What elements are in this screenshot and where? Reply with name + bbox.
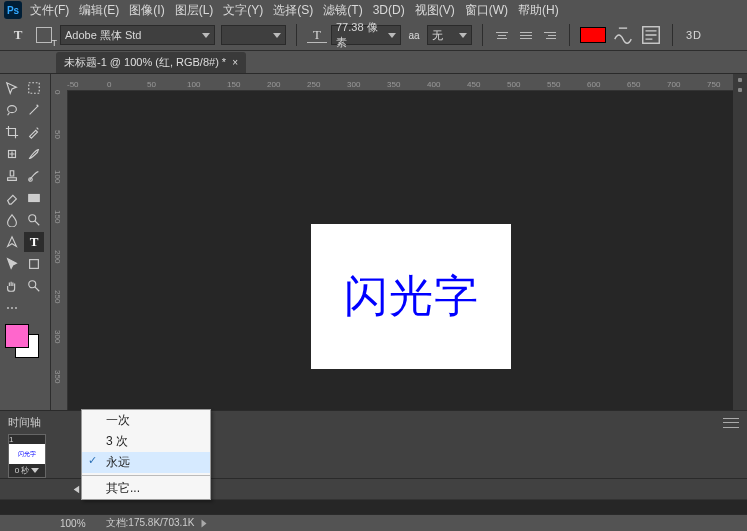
main-area: T ⋯ -50 0 50 100 150 200 250 300 350 400… xyxy=(0,74,747,410)
separator xyxy=(296,24,297,46)
history-brush-tool[interactable] xyxy=(24,166,44,186)
edit-toolbar[interactable]: ⋯ xyxy=(2,298,22,318)
document-tab-title: 未标题-1 @ 100% (红, RGB/8#) * xyxy=(64,55,226,70)
ruler-corner xyxy=(51,74,68,91)
menu-select[interactable]: 选择(S) xyxy=(273,2,313,19)
hand-tool[interactable] xyxy=(2,276,22,296)
options-bar: T Adobe 黑体 Std T 77.38 像素 aa 无 3D xyxy=(0,20,747,51)
loop-option-once[interactable]: 一次 xyxy=(82,410,210,431)
align-center-button[interactable] xyxy=(517,26,535,44)
status-bar: 100% 文档:175.8K/703.1K xyxy=(0,514,747,531)
dodge-tool[interactable] xyxy=(24,210,44,230)
ruler-horizontal: -50 0 50 100 150 200 250 300 350 400 450… xyxy=(67,74,747,91)
character-panel-icon[interactable] xyxy=(640,26,662,44)
separator xyxy=(672,24,673,46)
timeline-panel: 时间轴 1 闪光字 0 秒 一次 3 次 永远 其它... 永远 xyxy=(0,410,747,499)
doc-info[interactable]: 文档:175.8K/703.1K xyxy=(106,516,209,530)
move-tool[interactable] xyxy=(2,78,22,98)
menu-window[interactable]: 窗口(W) xyxy=(465,2,508,19)
frame-thumb[interactable]: 1 闪光字 0 秒 xyxy=(8,434,46,478)
shape-tool[interactable] xyxy=(24,254,44,274)
app-logo: Ps xyxy=(4,1,22,19)
gradient-tool[interactable] xyxy=(24,188,44,208)
menu-layer[interactable]: 图层(L) xyxy=(175,2,214,19)
3d-button[interactable]: 3D xyxy=(683,26,705,44)
color-swatches[interactable] xyxy=(2,320,44,360)
timeline-tab[interactable]: 时间轴 xyxy=(8,415,41,430)
panel-menu-icon[interactable] xyxy=(723,418,739,428)
type-tool[interactable]: T xyxy=(24,232,44,252)
wand-tool[interactable] xyxy=(24,100,44,120)
frame-duration[interactable]: 0 秒 xyxy=(13,464,42,477)
zoom-tool[interactable] xyxy=(24,276,44,296)
font-size-value: 77.38 像素 xyxy=(336,20,388,50)
document-tab[interactable]: 未标题-1 @ 100% (红, RGB/8#) * × xyxy=(56,52,246,73)
svg-point-8 xyxy=(29,281,36,288)
font-style-select[interactable] xyxy=(221,25,286,45)
foreground-color[interactable] xyxy=(5,324,29,348)
font-size-select[interactable]: 77.38 像素 xyxy=(331,25,401,45)
font-size-icon: T xyxy=(307,28,327,43)
bottom-ruler xyxy=(0,499,747,514)
loop-option-other[interactable]: 其它... xyxy=(82,478,210,499)
svg-rect-5 xyxy=(29,195,40,202)
menu-view[interactable]: 视图(V) xyxy=(415,2,455,19)
canvas-text-layer[interactable]: 闪光字 xyxy=(344,267,479,326)
menu-edit[interactable]: 编辑(E) xyxy=(79,2,119,19)
stamp-tool[interactable] xyxy=(2,166,22,186)
loop-options-menu: 一次 3 次 永远 其它... xyxy=(81,409,211,500)
menu-type[interactable]: 文字(Y) xyxy=(223,2,263,19)
frame-number: 1 xyxy=(7,435,47,444)
separator xyxy=(482,24,483,46)
blur-tool[interactable] xyxy=(2,210,22,230)
lasso-tool[interactable] xyxy=(2,100,22,120)
eyedropper-tool[interactable] xyxy=(24,122,44,142)
menu-bar: Ps 文件(F) 编辑(E) 图像(I) 图层(L) 文字(Y) 选择(S) 滤… xyxy=(0,0,747,20)
current-tool-icon[interactable]: T xyxy=(8,25,28,45)
chevron-down-icon xyxy=(459,33,467,38)
chevron-right-icon xyxy=(202,520,207,528)
pen-tool[interactable] xyxy=(2,232,22,252)
tool-orientation-icon[interactable] xyxy=(34,25,54,45)
crop-tool[interactable] xyxy=(2,122,22,142)
text-color-swatch[interactable] xyxy=(580,27,606,43)
menu-3d[interactable]: 3D(D) xyxy=(373,3,405,17)
close-icon[interactable]: × xyxy=(232,57,238,68)
svg-point-6 xyxy=(29,215,36,222)
svg-point-2 xyxy=(8,106,17,113)
loop-option-3times[interactable]: 3 次 xyxy=(82,431,210,452)
separator xyxy=(569,24,570,46)
panel-dock-strip[interactable] xyxy=(733,74,747,410)
zoom-level[interactable]: 100% xyxy=(60,518,86,529)
marquee-tool[interactable] xyxy=(24,78,44,98)
menu-filter[interactable]: 滤镜(T) xyxy=(323,2,362,19)
font-family-value: Adobe 黑体 Std xyxy=(65,28,141,43)
menu-image[interactable]: 图像(I) xyxy=(129,2,164,19)
chevron-down-icon xyxy=(388,33,396,38)
chevron-down-icon xyxy=(202,33,210,38)
svg-rect-7 xyxy=(30,260,39,269)
menu-help[interactable]: 帮助(H) xyxy=(518,2,559,19)
document-canvas[interactable]: 闪光字 xyxy=(311,224,511,369)
document-tab-bar: 未标题-1 @ 100% (红, RGB/8#) * × xyxy=(0,51,747,74)
toolbox: T ⋯ xyxy=(0,74,51,410)
svg-rect-1 xyxy=(29,83,40,94)
antialias-value: 无 xyxy=(432,28,443,43)
antialias-icon: aa xyxy=(407,28,421,42)
align-right-button[interactable] xyxy=(541,26,559,44)
antialias-select[interactable]: 无 xyxy=(427,25,472,45)
brush-tool[interactable] xyxy=(24,144,44,164)
healing-tool[interactable] xyxy=(2,144,22,164)
warp-text-icon[interactable] xyxy=(612,26,634,44)
menu-separator xyxy=(82,475,210,476)
align-left-button[interactable] xyxy=(493,26,511,44)
menu-file[interactable]: 文件(F) xyxy=(30,2,69,19)
frame-preview: 闪光字 xyxy=(9,444,45,464)
path-select-tool[interactable] xyxy=(2,254,22,274)
eraser-tool[interactable] xyxy=(2,188,22,208)
first-frame-button[interactable] xyxy=(68,482,82,496)
chevron-down-icon xyxy=(273,33,281,38)
loop-option-forever[interactable]: 永远 xyxy=(82,452,210,473)
canvas-area[interactable]: -50 0 50 100 150 200 250 300 350 400 450… xyxy=(51,74,747,410)
font-family-select[interactable]: Adobe 黑体 Std xyxy=(60,25,215,45)
